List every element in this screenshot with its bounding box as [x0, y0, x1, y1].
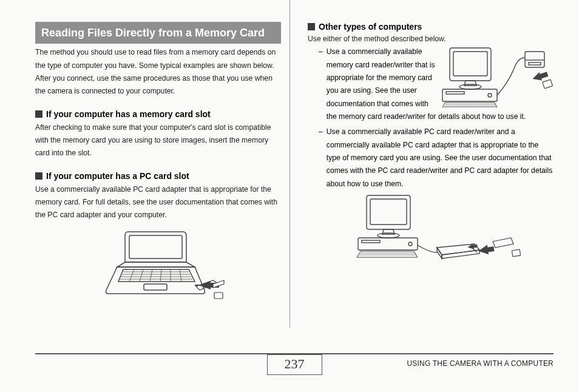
svg-marker-35 — [478, 244, 495, 255]
section-title-bar: Reading Files Directly from a Memory Car… — [35, 22, 281, 44]
svg-rect-14 — [214, 292, 223, 299]
laptop-with-card-illustration — [92, 227, 225, 300]
svg-point-31 — [408, 242, 412, 246]
body-pc-card-slot: Use a commercially available PC card ada… — [35, 183, 281, 222]
square-bullet-icon — [308, 23, 315, 30]
svg-rect-15 — [453, 52, 487, 76]
svg-rect-24 — [529, 63, 541, 65]
svg-rect-17 — [442, 89, 497, 101]
svg-rect-26 — [543, 79, 553, 89]
dash-bullet-icon: – — [319, 46, 323, 123]
svg-rect-27 — [370, 199, 407, 225]
intro-paragraph: The method you should use to read files … — [35, 46, 281, 98]
list-item-pc-card-reader: – Use a commercially available PC card r… — [308, 126, 554, 191]
svg-marker-36 — [467, 243, 478, 251]
list-item-card-reader: – — [308, 46, 554, 123]
right-intro: Use either of the method described below… — [308, 33, 554, 46]
list-item-lead-text: Use a commercially available memory card… — [327, 47, 435, 95]
page-number: 237 — [267, 354, 322, 375]
svg-point-16 — [459, 84, 481, 89]
svg-line-8 — [160, 269, 161, 282]
section-title: Reading Files Directly from a Memory Car… — [41, 27, 265, 39]
svg-line-10 — [180, 269, 181, 282]
svg-line-6 — [140, 269, 143, 282]
desktop-with-reader-illustration — [441, 47, 554, 107]
left-column: Reading Files Directly from a Memory Car… — [35, 22, 294, 350]
svg-rect-30 — [362, 240, 380, 243]
page-footer: 237 USING THE CAMERA WITH A COMPUTER — [35, 353, 554, 379]
svg-point-28 — [378, 233, 399, 238]
subheading-memory-card-slot: If your computer has a memory card slot — [35, 109, 281, 119]
body-memory-card-slot: After checking to make sure that your co… — [35, 121, 281, 160]
svg-line-5 — [129, 269, 134, 282]
dash-bullet-icon: – — [319, 126, 323, 191]
square-bullet-icon — [35, 110, 42, 118]
subheading-text: If your computer has a memory card slot — [46, 109, 211, 119]
manual-page: Reading Files Directly from a Memory Car… — [0, 0, 579, 392]
square-bullet-icon — [35, 172, 42, 180]
svg-point-19 — [488, 93, 492, 97]
right-column: Other types of computers Use either of t… — [294, 22, 554, 350]
svg-rect-18 — [446, 92, 464, 94]
svg-rect-11 — [144, 284, 167, 290]
two-column-layout: Reading Files Directly from a Memory Car… — [35, 22, 554, 350]
subheading-text: Other types of computers — [319, 22, 422, 32]
svg-rect-37 — [512, 249, 520, 257]
footer-section-label: USING THE CAMERA WITH A COMPUTER — [407, 359, 554, 368]
svg-rect-0 — [129, 235, 182, 259]
svg-line-7 — [150, 269, 152, 282]
subheading-pc-card-slot: If your computer has a PC card slot — [35, 171, 281, 181]
list-item-text: Use a commercially available PC card rea… — [327, 127, 553, 188]
desktop-with-pc-card-reader-illustration — [340, 194, 522, 264]
subheading-text: If your computer has a PC card slot — [46, 171, 189, 181]
subheading-other-computers: Other types of computers — [308, 22, 554, 32]
